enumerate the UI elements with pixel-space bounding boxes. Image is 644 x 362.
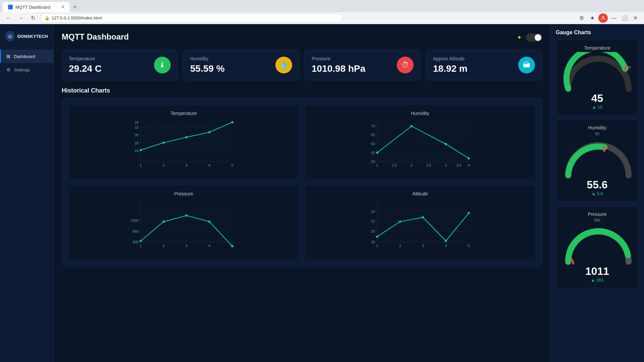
metric-value-altitude: 18.92 m	[433, 63, 468, 74]
svg-text:2: 2	[399, 244, 401, 248]
svg-text:2: 2	[163, 163, 165, 167]
svg-text:32: 32	[135, 125, 139, 129]
metric-card-temperature: Temperature 29.24 C 🌡	[62, 50, 178, 80]
logo-text: DONSKYTECH	[17, 34, 48, 39]
svg-text:3: 3	[185, 244, 187, 248]
browser-tabs: MQTT Dashboard × +	[0, 0, 644, 12]
svg-point-79	[468, 212, 470, 214]
svg-text:1000: 1000	[130, 219, 139, 223]
maximize-button[interactable]: ⬜	[620, 13, 629, 23]
svg-text:22: 22	[371, 219, 375, 223]
metric-label-humidity: Humidity	[190, 56, 225, 61]
historical-charts-section: Historical Charts Temperature	[62, 87, 542, 266]
new-tab-button[interactable]: +	[70, 2, 80, 12]
gauge-value-temperature: 45	[561, 92, 633, 105]
gauge-card-temperature: Temperature 20 40 45 15	[556, 40, 639, 115]
gauge-svg-temperature: 20 40	[561, 52, 635, 92]
bookmarks-icon[interactable]: ★	[588, 13, 597, 23]
svg-text:20: 20	[566, 85, 570, 89]
temperature-chart-title: Temperature	[74, 111, 293, 116]
svg-point-18	[185, 136, 187, 138]
svg-point-42	[468, 157, 470, 159]
tab-favicon	[8, 5, 13, 9]
metric-icon-humidity: 💧	[275, 57, 292, 73]
svg-text:5: 5	[468, 244, 470, 248]
temperature-chart-wrapper: Temperature 26 28 30	[69, 105, 299, 179]
active-tab[interactable]: MQTT Dashboard ×	[3, 2, 70, 12]
browser-toolbar: ← → ↻ 🔒 127.0.0.1:5500/index.html ⚙ ★ A …	[0, 12, 644, 24]
gauge-card-humidity: Humidity 50 55.6 5.6	[556, 119, 639, 202]
altitude-line-chart: 18 20 22 24 1 2 3 4 5	[311, 199, 530, 253]
svg-text:1: 1	[140, 163, 142, 167]
svg-point-39	[376, 152, 378, 154]
address-bar[interactable]: 🔒 127.0.0.1:5500/index.html	[40, 14, 342, 22]
svg-text:70: 70	[371, 124, 375, 128]
charts-container: Temperature 26 28 30	[62, 98, 542, 266]
metric-info-pressure: Pressure 1010.98 hPa	[312, 56, 365, 74]
charts-grid: Temperature 26 28 30	[69, 105, 535, 259]
temperature-line-chart: 26 28 30 32 34 1 2 3 4 5	[74, 119, 293, 172]
metric-value-humidity: 55.59 %	[190, 63, 225, 74]
humidity-line-chart: 50 55 60 65 70 1 1.5 2 2.5 3 3.5 4	[311, 119, 530, 172]
forward-button[interactable]: →	[16, 13, 25, 23]
svg-point-16	[140, 149, 142, 151]
gauge-panel: Gauge Charts Temperature 20 40 45 15 Hum…	[550, 24, 644, 362]
settings-icon: ⚙	[6, 67, 11, 72]
svg-text:3: 3	[185, 163, 187, 167]
gauge-name-temperature: Temperature	[561, 45, 633, 51]
pressure-line-chart: 900 950 1000 1 2 3 4 5	[74, 199, 293, 253]
svg-text:3.5: 3.5	[456, 163, 461, 167]
sidebar-item-dashboard[interactable]: ⊞ Dashboard	[0, 50, 53, 63]
altitude-chart-wrapper: Altitude 18 20 22 24 1 2	[305, 186, 535, 259]
svg-rect-83	[603, 146, 605, 152]
svg-text:1: 1	[140, 244, 142, 248]
svg-text:3: 3	[445, 163, 447, 167]
metric-value-pressure: 1010.98 hPa	[312, 63, 365, 74]
svg-text:50: 50	[371, 160, 375, 164]
metric-icon-altitude: 🏔	[518, 57, 535, 73]
url-text: 127.0.0.1:5500/index.html	[52, 15, 102, 20]
svg-text:1: 1	[376, 244, 378, 248]
metric-cards: Temperature 29.24 C 🌡 Humidity 55.59 % 💧…	[62, 50, 542, 80]
close-window-button[interactable]: ✕	[631, 13, 640, 23]
theme-sun-icon: ✦	[517, 34, 522, 41]
svg-text:20: 20	[371, 229, 375, 233]
svg-text:55: 55	[371, 151, 375, 155]
metric-card-humidity: Humidity 55.59 % 💧	[183, 50, 299, 80]
gauge-scale-humidity: 50	[561, 132, 633, 136]
metric-info-humidity: Humidity 55.59 %	[190, 56, 225, 74]
extensions-icon[interactable]: ⚙	[577, 13, 586, 23]
theme-toggle[interactable]	[526, 34, 542, 42]
gauge-name-humidity: Humidity	[561, 125, 633, 130]
metric-label-temperature: Temperature	[69, 56, 102, 61]
gauge-card-pressure: Pressure 500 1011 261	[556, 206, 639, 288]
svg-text:65: 65	[371, 133, 375, 137]
svg-text:4: 4	[445, 244, 447, 248]
svg-text:26: 26	[135, 149, 139, 153]
svg-text:2: 2	[163, 244, 165, 248]
main-content: MQTT Dashboard ✦ Temperature 29.24 C 🌡 H…	[54, 24, 550, 362]
metric-card-altitude: Approx Altitude 18.92 m 🏔	[426, 50, 542, 80]
svg-text:28: 28	[135, 141, 139, 145]
svg-text:24: 24	[371, 209, 375, 214]
app: ◎ DONSKYTECH ⊞ Dashboard ⚙ Settings MQTT…	[0, 24, 644, 362]
metric-icon-pressure: ⏱	[397, 57, 414, 73]
sidebar-item-settings[interactable]: ⚙ Settings	[0, 63, 53, 76]
toggle-knob	[535, 34, 541, 41]
tab-close-button[interactable]: ×	[61, 4, 64, 10]
metric-info-altitude: Approx Altitude 18.92 m	[433, 56, 468, 74]
svg-point-20	[231, 121, 233, 123]
reload-button[interactable]: ↻	[28, 13, 38, 23]
back-button[interactable]: ←	[4, 13, 13, 23]
svg-text:900: 900	[132, 240, 139, 244]
profile-icon[interactable]: A	[598, 13, 608, 23]
minimize-button[interactable]: —	[609, 13, 619, 23]
browser-chrome: MQTT Dashboard × + ← → ↻ 🔒 127.0.0.1:550…	[0, 0, 644, 24]
svg-point-60	[231, 245, 233, 247]
metric-label-pressure: Pressure	[312, 56, 365, 61]
svg-text:60: 60	[371, 142, 375, 146]
gauge-delta-pressure: 261	[561, 278, 633, 283]
top-bar: ✦	[517, 34, 542, 42]
svg-point-56	[140, 240, 142, 242]
gauge-svg-humidity	[561, 138, 635, 179]
